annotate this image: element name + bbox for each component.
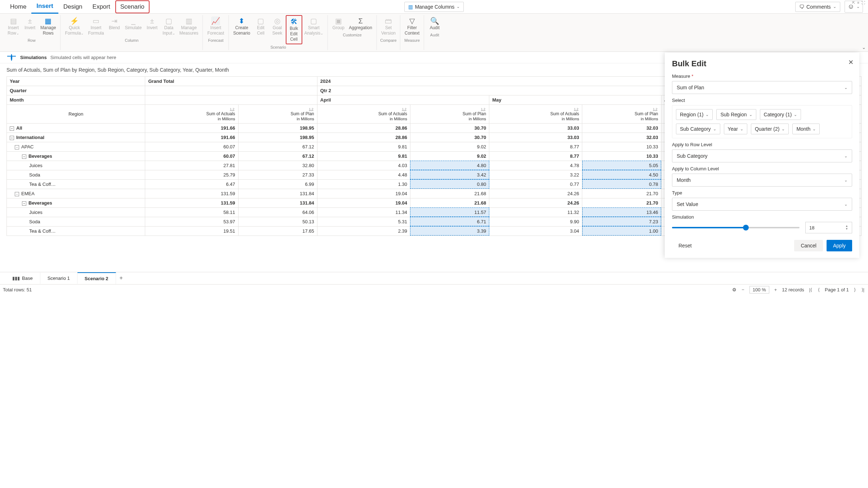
cell[interactable]: 131.59 bbox=[145, 198, 238, 207]
aggregation-button[interactable]: ΣAggregation bbox=[347, 15, 374, 32]
cell[interactable]: 131.84 bbox=[238, 198, 317, 207]
expand-toggle-icon[interactable]: − bbox=[10, 126, 14, 131]
goal-seek-button[interactable]: ◎GoalSeek bbox=[269, 15, 286, 44]
cell[interactable]: 4.48 bbox=[317, 170, 410, 179]
cell[interactable]: 32.03 bbox=[582, 123, 661, 133]
cell[interactable]: 24.26 bbox=[489, 198, 582, 207]
expand-icon[interactable]: ⛶ bbox=[862, 1, 865, 5]
cell[interactable]: 21.70 bbox=[582, 189, 661, 198]
expand-toggle-icon[interactable]: − bbox=[22, 155, 26, 159]
cancel-button[interactable]: Cancel bbox=[794, 240, 823, 251]
zoom-in-button[interactable]: + bbox=[774, 287, 778, 292]
cell[interactable]: 33.03 bbox=[489, 123, 582, 133]
cell[interactable]: 0.80 bbox=[410, 179, 489, 189]
cell[interactable]: 27.33 bbox=[238, 170, 317, 179]
chip-month[interactable]: Month⌄ bbox=[792, 124, 820, 134]
cell[interactable]: 1.30 bbox=[317, 179, 410, 189]
cell[interactable]: 10.33 bbox=[582, 151, 661, 161]
cell[interactable]: 6.71 bbox=[410, 217, 489, 226]
cell[interactable]: 131.84 bbox=[238, 189, 317, 198]
cell[interactable]: 67.12 bbox=[238, 151, 317, 161]
cell[interactable]: 6.99 bbox=[238, 179, 317, 189]
cell[interactable]: 19.04 bbox=[317, 198, 410, 207]
cell[interactable]: 60.07 bbox=[145, 142, 238, 151]
tab-home[interactable]: Home bbox=[5, 0, 31, 13]
apply-button[interactable]: Apply bbox=[827, 240, 852, 251]
cell[interactable]: 3.42 bbox=[410, 170, 489, 179]
cell[interactable]: 24.26 bbox=[489, 189, 582, 198]
tab-insert[interactable]: Insert bbox=[31, 0, 58, 14]
cell[interactable]: 33.03 bbox=[489, 133, 582, 142]
set-version-button[interactable]: 🗃SetVersion bbox=[379, 15, 398, 37]
cell[interactable]: 21.68 bbox=[410, 198, 489, 207]
page-first-button[interactable]: |⟨ bbox=[809, 287, 813, 292]
close-icon[interactable]: ✕ bbox=[848, 58, 854, 66]
zoom-out-button[interactable]: − bbox=[741, 287, 745, 292]
cell[interactable]: 4.80 bbox=[410, 161, 489, 170]
chip-category[interactable]: Category (1)⌄ bbox=[760, 109, 801, 120]
cell[interactable]: 11.57 bbox=[410, 207, 489, 217]
data-input-button[interactable]: ▢DataInput⌄ bbox=[160, 15, 177, 37]
filter-context-button[interactable]: ▽FilterContext bbox=[402, 15, 422, 37]
page-last-button[interactable]: ⟩| bbox=[861, 287, 865, 292]
cell[interactable]: 32.80 bbox=[238, 161, 317, 170]
cell[interactable]: 17.65 bbox=[238, 226, 317, 236]
measure-dropdown[interactable]: Sum of Plan ⌄ bbox=[672, 81, 852, 94]
quick-formula-button[interactable]: ⚡QuickFormula⌄ bbox=[63, 15, 86, 37]
cell[interactable]: 10.33 bbox=[582, 142, 661, 151]
expand-toggle-icon[interactable]: − bbox=[15, 192, 19, 196]
invert-row-button[interactable]: ±Invert bbox=[22, 15, 38, 37]
cell[interactable]: 21.68 bbox=[410, 189, 489, 198]
tab-scenario-1[interactable]: Scenario 1 bbox=[40, 273, 77, 284]
edit-cell-button[interactable]: ▢EditCell bbox=[253, 15, 269, 44]
cell[interactable]: 5.05 bbox=[582, 161, 661, 170]
cell[interactable]: 4.03 bbox=[317, 161, 410, 170]
comments-button[interactable]: 🗨 Comments⌄ bbox=[795, 2, 840, 12]
pin-icon[interactable]: ⇱ bbox=[852, 1, 855, 5]
page-next-button[interactable]: ⟩ bbox=[853, 287, 856, 292]
insert-formula-button[interactable]: ▭InsertFormula bbox=[86, 15, 106, 37]
cell[interactable]: 3.22 bbox=[489, 170, 582, 179]
cell[interactable]: 8.77 bbox=[489, 142, 582, 151]
cell[interactable]: 4.78 bbox=[489, 161, 582, 170]
blend-button[interactable]: ⇥Blend bbox=[106, 15, 123, 37]
simulation-value-input[interactable]: 18 ▲ ▼ bbox=[805, 222, 852, 233]
cell[interactable]: 0.78 bbox=[582, 179, 661, 189]
insert-row-button[interactable]: ▤InsertRow⌄ bbox=[5, 15, 22, 37]
cell[interactable]: 9.02 bbox=[410, 142, 489, 151]
chip-sub-region[interactable]: Sub Region⌄ bbox=[716, 109, 756, 120]
cell[interactable]: 28.86 bbox=[317, 123, 410, 133]
stepper-down-icon[interactable]: ▼ bbox=[845, 228, 848, 230]
chip-year[interactable]: Year⌄ bbox=[724, 124, 747, 134]
manage-rows-button[interactable]: ▦ManageRows bbox=[38, 15, 58, 37]
reset-button[interactable]: Reset bbox=[672, 240, 698, 251]
cell[interactable]: 21.70 bbox=[582, 198, 661, 207]
manage-columns-button[interactable]: ▥ Manage Columns ⌄ bbox=[404, 2, 464, 12]
cell[interactable]: 13.46 bbox=[582, 207, 661, 217]
cell[interactable]: 191.66 bbox=[145, 123, 238, 133]
cell[interactable]: 198.95 bbox=[238, 123, 317, 133]
filter-mini-icon[interactable]: ≡ bbox=[857, 1, 859, 5]
cell[interactable]: 11.34 bbox=[317, 207, 410, 217]
tab-scenario[interactable]: Scenario bbox=[115, 0, 150, 13]
cell[interactable]: 198.95 bbox=[238, 133, 317, 142]
zoom-value[interactable]: 100 % bbox=[749, 286, 769, 294]
cell[interactable]: 60.07 bbox=[145, 151, 238, 161]
settings-icon[interactable]: ⚙ bbox=[732, 287, 736, 292]
simulation-slider[interactable] bbox=[672, 227, 800, 228]
manage-measures-button[interactable]: ▥ManageMeasures bbox=[177, 15, 201, 37]
cell[interactable]: 19.51 bbox=[145, 226, 238, 236]
cell[interactable]: 67.12 bbox=[238, 142, 317, 151]
expand-toggle-icon[interactable]: − bbox=[15, 145, 19, 149]
cell[interactable]: 5.31 bbox=[317, 217, 410, 226]
tab-scenario-2[interactable]: Scenario 2 bbox=[77, 272, 116, 284]
chip-quarter[interactable]: Quarter (2)⌄ bbox=[751, 124, 789, 134]
cell[interactable]: 6.47 bbox=[145, 179, 238, 189]
cell[interactable]: 9.02 bbox=[410, 151, 489, 161]
add-scenario-button[interactable]: + bbox=[116, 273, 126, 283]
cell[interactable]: 8.77 bbox=[489, 151, 582, 161]
tab-design[interactable]: Design bbox=[58, 0, 88, 13]
audit-button[interactable]: 🔍Audit bbox=[426, 15, 443, 32]
cell[interactable]: 3.04 bbox=[489, 226, 582, 236]
bulk-edit-cell-button[interactable]: 🛠BulkEditCell bbox=[286, 15, 302, 44]
